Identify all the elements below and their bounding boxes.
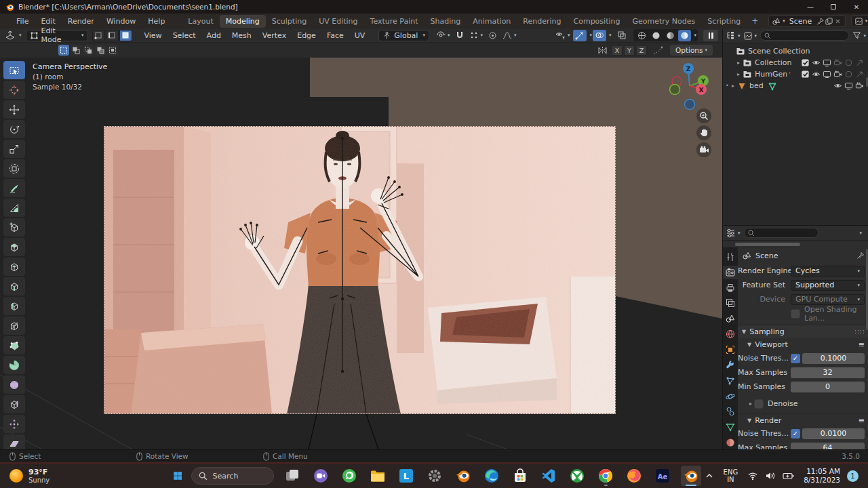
minimize-button[interactable]: — [799, 0, 822, 14]
eye-toggle-icon[interactable] [833, 81, 843, 90]
taskbar-app-edge[interactable] [481, 466, 502, 486]
feature-set-dropdown[interactable]: Supported▾ [791, 280, 865, 291]
viewport-menu-select[interactable]: Select [167, 30, 201, 41]
copy-icon[interactable] [825, 17, 833, 26]
viewport-menu-vertex[interactable]: Vertex [257, 30, 292, 41]
poly-build-tool-button[interactable] [3, 336, 25, 354]
start-button[interactable] [173, 468, 182, 483]
menu-render[interactable]: Render [62, 16, 100, 27]
device-dropdown[interactable]: GPU Compute▾ [791, 294, 865, 305]
taskbar-app-whatsapp[interactable] [339, 466, 359, 486]
checkbox-checked[interactable]: ✓ [791, 429, 800, 439]
xray-toggle[interactable] [615, 30, 629, 41]
viewport-menu-edge[interactable]: Edge [292, 30, 321, 41]
monitor-toggle-icon[interactable] [822, 70, 832, 79]
properties-tab-view-layer[interactable] [723, 297, 738, 310]
viewport-canvas[interactable]: Camera Perspective (1) room Sample 10/32… [0, 58, 722, 449]
smooth-tool-button[interactable] [3, 375, 25, 394]
mode-dropdown[interactable]: Edit Mode ▾ [26, 30, 88, 41]
cursor-tool-button[interactable] [3, 81, 25, 99]
measure-tool-button[interactable] [3, 199, 25, 217]
checkbox-toggle-icon[interactable] [800, 58, 810, 67]
workspace-tab-sculpting[interactable]: Sculpting [266, 15, 313, 28]
shear-tool-button[interactable] [3, 434, 25, 449]
tray-chevron-icon[interactable] [705, 472, 714, 480]
circle-off-toggle-icon[interactable] [844, 58, 854, 67]
camera-off-toggle-icon[interactable] [833, 58, 843, 67]
outliner-row-scene-collection[interactable]: Scene Collection [726, 45, 867, 57]
properties-tab-constraints[interactable] [723, 405, 738, 418]
shading-material-button[interactable] [664, 30, 677, 41]
value-slider[interactable]: 64 [791, 443, 865, 450]
pivot-dropdown[interactable]: ▾ [434, 30, 452, 41]
scene-selector[interactable]: ▾ Scene ✕ [768, 15, 845, 27]
taskbar-app-settings[interactable] [425, 466, 445, 486]
properties-tab-scene[interactable] [723, 312, 738, 325]
checkbox-toggle-icon[interactable] [800, 70, 810, 79]
outliner-row-collection[interactable]: ▸Collection [726, 57, 867, 68]
value-slider[interactable]: 0.1000 [802, 353, 865, 364]
taskbar-app-vscode[interactable] [538, 466, 559, 486]
scene-unlink-icon[interactable]: ✕ [833, 18, 842, 25]
viewport-menu-uv[interactable]: UV [349, 30, 371, 41]
snap-toggle[interactable] [453, 30, 467, 41]
weather-widget[interactable]: 93°F Sunny [9, 468, 50, 485]
filter-icon[interactable] [852, 31, 861, 40]
properties-hscrollbar[interactable] [735, 243, 800, 246]
menu-help[interactable]: Help [142, 16, 171, 27]
inset-faces-tool-button[interactable] [3, 258, 25, 276]
edge-slide-tool-button[interactable] [3, 395, 25, 413]
viewlayer-selector[interactable]: ▾ ViewLayer ✕ [851, 15, 868, 27]
workspace-tab-texture-paint[interactable]: Texture Paint [364, 15, 425, 28]
arrow-off-toggle-icon[interactable] [854, 70, 865, 79]
properties-tab-modifiers[interactable] [723, 359, 738, 372]
select-intersect-button[interactable] [107, 45, 118, 56]
editor-type-icon[interactable] [5, 30, 16, 41]
overlays-toggle[interactable] [593, 30, 606, 41]
select-invert-button[interactable] [95, 45, 106, 56]
taskbar-app-blender-active[interactable] [681, 466, 701, 486]
camera-view-button[interactable] [696, 142, 711, 157]
properties-tab-output[interactable] [723, 281, 738, 295]
outliner-row-humgen[interactable]: ▸HumGen' [726, 68, 867, 80]
orientation-dropdown[interactable]: Global ▾ [378, 30, 429, 41]
denoise-checkbox[interactable] [754, 399, 764, 409]
workspace-tab-uv-editing[interactable]: UV Editing [313, 15, 363, 28]
taskbar-app-chat[interactable] [311, 466, 331, 486]
viewport-menu-add[interactable]: Add [201, 30, 226, 41]
face-select-button[interactable] [119, 30, 132, 41]
expand-icon[interactable]: ▸ [747, 401, 754, 407]
taskbar-app-after-effects[interactable]: Ae [652, 466, 673, 486]
render-engine-dropdown[interactable]: Cycles▾ [791, 266, 865, 277]
maximize-button[interactable] [822, 0, 845, 14]
gizmo-toggle[interactable] [573, 30, 587, 41]
workspace-tab-compositing[interactable]: Compositing [568, 15, 627, 28]
value-slider[interactable]: 0 [791, 382, 865, 392]
mirror-y-button[interactable]: Y [624, 45, 635, 56]
options-dropdown[interactable]: Options▾ [670, 45, 713, 56]
eye-toggle-icon[interactable] [811, 70, 821, 79]
proportional-falloff-icon[interactable] [652, 46, 663, 55]
taskbar-app-blender[interactable] [453, 466, 473, 486]
menu-file[interactable]: File [10, 16, 35, 27]
expand-icon[interactable]: ▸ [735, 71, 742, 77]
move-tool-button[interactable] [3, 100, 25, 119]
transform-tool-button[interactable] [3, 159, 25, 178]
outliner-editor-icon[interactable] [726, 30, 736, 41]
taskbar-app-xbox[interactable] [567, 466, 587, 486]
workspace-tab-animation[interactable]: Animation [467, 15, 517, 28]
properties-tab-render[interactable] [723, 266, 738, 279]
value-slider[interactable]: 0.0100 [802, 428, 865, 439]
rotate-tool-button[interactable] [3, 120, 25, 138]
eye-toggle-icon[interactable] [811, 58, 821, 67]
taskbar-app-explorer[interactable] [368, 466, 388, 486]
volume-icon[interactable] [765, 471, 776, 481]
checkbox-checked[interactable]: ✓ [791, 354, 800, 363]
vertex-select-button[interactable] [92, 30, 105, 41]
workspace-tab-geometry-nodes[interactable]: Geometry Nodes [626, 15, 701, 28]
pin-icon[interactable] [816, 17, 825, 26]
taskbar-app-store[interactable] [510, 466, 530, 486]
notification-badge[interactable]: 1 [847, 470, 859, 482]
shrink-fatten-tool-button[interactable] [3, 415, 25, 433]
viewport-menu-face[interactable]: Face [321, 30, 349, 41]
